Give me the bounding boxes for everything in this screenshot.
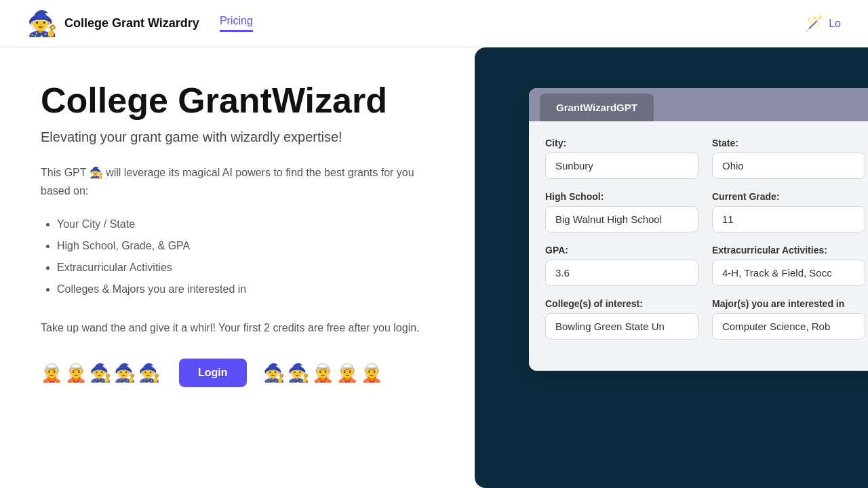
form-card: GrantWizardGPT City: State:: [529, 88, 868, 371]
gpa-input[interactable]: [545, 260, 698, 286]
form-row-gpa-extra: GPA: Extracurricular Activities:: [545, 245, 865, 286]
nav-login-label[interactable]: Lo: [829, 18, 841, 30]
right-panel: GrantWizardGPT City: State:: [475, 47, 868, 488]
nav-right: 🪄 Lo: [805, 15, 841, 33]
hero-cta-text: Take up wand the and give it a whirl! Yo…: [41, 319, 434, 337]
hero-subtitle: Elevating your grant game with wizardly …: [41, 129, 434, 145]
nav-brand-label: College Grant Wizardry: [64, 16, 199, 30]
hero-title: College GrantWizard: [41, 81, 434, 120]
hero-list: Your City / State High School, Grade, & …: [41, 214, 434, 300]
form-group-high-school: High School:: [545, 191, 698, 232]
wand-icon: 🪄: [805, 15, 823, 33]
list-item: High School, Grade, & GPA: [57, 235, 434, 257]
login-button[interactable]: Login: [179, 359, 247, 387]
form-tab-bar: GrantWizardGPT: [529, 88, 868, 121]
city-input[interactable]: [545, 152, 698, 179]
colleges-label: College(s) of interest:: [545, 298, 698, 309]
form-group-grade: Current Grade:: [712, 191, 865, 232]
form-group-colleges: College(s) of interest:: [545, 298, 698, 340]
city-label: City:: [545, 138, 698, 148]
form-group-city: City:: [545, 138, 698, 179]
form-tab[interactable]: GrantWizardGPT: [540, 94, 654, 121]
grade-input[interactable]: [712, 206, 865, 232]
nav-logo[interactable]: 🧙 College Grant Wizardry: [27, 9, 199, 38]
hero-description: This GPT 🧙 will leverage its magical AI …: [41, 164, 434, 200]
grade-label: Current Grade:: [712, 191, 865, 202]
list-item: Extracurricular Activities: [57, 257, 434, 279]
high-school-input[interactable]: [545, 206, 698, 232]
state-input[interactable]: [712, 152, 865, 179]
majors-label: Major(s) you are interested in: [712, 298, 865, 309]
nav-links: Pricing: [220, 15, 253, 32]
hero-bottom: 🧝🧝🧙🧙🧙 Login 🧙🧙🧝🧝🧝: [41, 359, 434, 387]
emojis-right: 🧙🧙🧝🧝🧝: [263, 363, 385, 384]
form-group-gpa: GPA:: [545, 245, 698, 286]
nav-link-pricing[interactable]: Pricing: [220, 15, 253, 32]
wizard-icon: 🧙: [27, 9, 58, 38]
list-item: Colleges & Majors you are interested in: [57, 279, 434, 300]
form-group-extracurricular: Extracurricular Activities:: [712, 245, 865, 286]
form-group-majors: Major(s) you are interested in: [712, 298, 865, 340]
list-item: Your City / State: [57, 214, 434, 235]
hero-section: College GrantWizard Elevating your grant…: [0, 47, 475, 488]
form-group-state: State:: [712, 138, 865, 179]
extracurricular-label: Extracurricular Activities:: [712, 245, 865, 256]
emojis-left: 🧝🧝🧙🧙🧙: [41, 363, 163, 384]
form-row-school-grade: High School: Current Grade:: [545, 191, 865, 232]
colleges-input[interactable]: [545, 313, 698, 340]
extracurricular-input[interactable]: [712, 260, 865, 286]
navbar: 🧙 College Grant Wizardry Pricing 🪄 Lo: [0, 0, 868, 47]
high-school-label: High School:: [545, 191, 698, 202]
form-body: City: State: High School: Curre: [529, 121, 868, 371]
state-label: State:: [712, 138, 865, 148]
majors-input[interactable]: [712, 313, 865, 340]
form-row-colleges-majors: College(s) of interest: Major(s) you are…: [545, 298, 865, 340]
gpa-label: GPA:: [545, 245, 698, 256]
form-row-city-state: City: State:: [545, 138, 865, 179]
main-content: College GrantWizard Elevating your grant…: [0, 47, 868, 488]
